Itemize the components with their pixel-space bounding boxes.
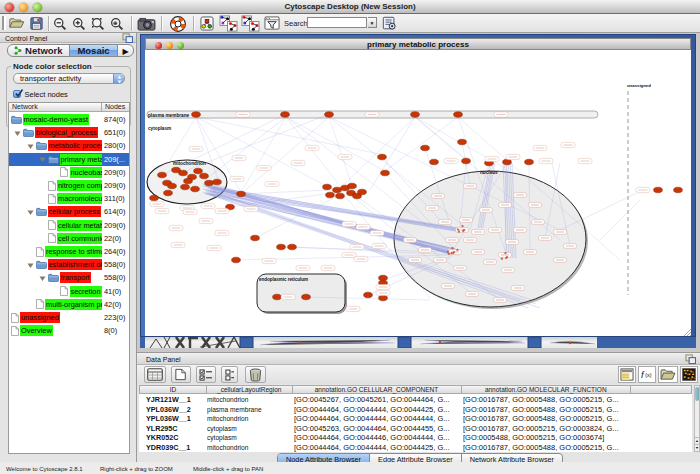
svg-text:plasma membrane: plasma membrane xyxy=(148,113,190,118)
svg-text:⊕: ⊕ xyxy=(113,19,118,25)
svg-text:cytoplasm: cytoplasm xyxy=(148,126,171,131)
svg-text:endoplasmic reticulum: endoplasmic reticulum xyxy=(259,277,308,282)
svg-text:unassigned: unassigned xyxy=(627,83,651,88)
svg-text:mitochondrion: mitochondrion xyxy=(173,161,206,166)
svg-text:(x): (x) xyxy=(645,372,652,378)
svg-text:nucleus: nucleus xyxy=(480,170,498,175)
